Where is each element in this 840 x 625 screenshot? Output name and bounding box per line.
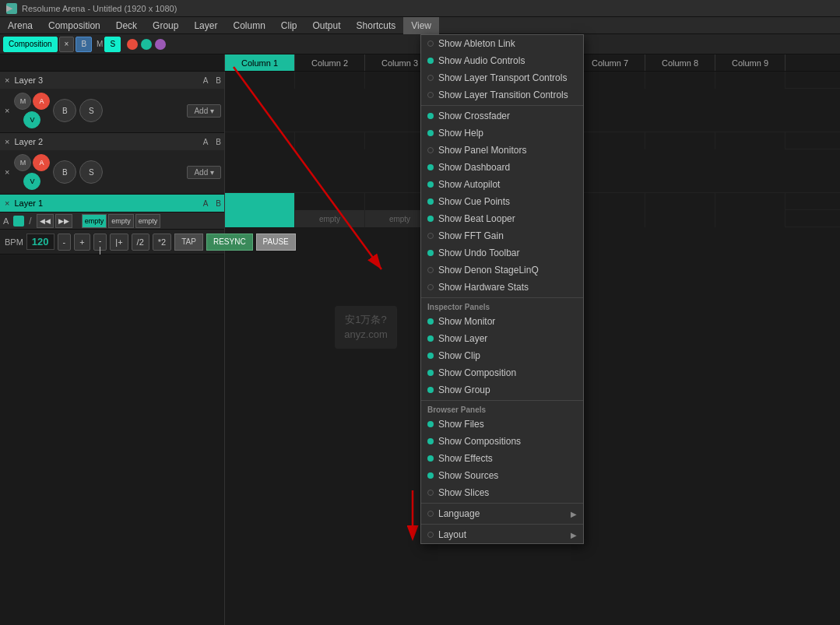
menu-item-crossfader[interactable]: Show Crossfader <box>421 107 583 125</box>
cell-empty-1[interactable]: empty <box>82 214 107 228</box>
bpm-plus[interactable]: + <box>74 233 90 251</box>
layer-2-x[interactable]: × <box>3 166 11 178</box>
b-button[interactable]: B <box>76 37 92 52</box>
menu-item-clip[interactable]: Show Clip <box>421 347 583 364</box>
layer-3-s-btn[interactable]: S <box>79 99 103 122</box>
layer-2-v[interactable]: V <box>23 173 40 190</box>
menu-item-layer-transition[interactable]: Show Layer Transition Controls <box>421 86 583 104</box>
grid-cell[interactable] <box>715 193 786 210</box>
grid-cell[interactable] <box>575 210 645 227</box>
bpm-minus[interactable]: - <box>58 233 72 251</box>
grid-cell[interactable] <box>575 72 645 89</box>
bpm-minus-big[interactable]: -| <box>93 233 107 251</box>
layer-1-b[interactable]: B <box>216 199 221 208</box>
menu-item-group[interactable]: Show Group <box>421 381 583 399</box>
grid-cell[interactable] <box>645 72 715 89</box>
menu-item-monitor[interactable]: Show Monitor <box>421 313 583 330</box>
menu-arena[interactable]: Arena <box>0 17 40 34</box>
layer-3-x[interactable]: × <box>3 104 11 117</box>
menu-item-denon[interactable]: Show Denon StageLinQ <box>421 262 583 279</box>
menu-item-layer[interactable]: Show Layer <box>421 330 583 347</box>
menu-item-ableton-link[interactable]: Show Ableton Link <box>421 35 583 52</box>
grid-cell[interactable] <box>575 193 645 210</box>
composition-tab[interactable]: Composition <box>3 37 58 52</box>
bpm-value[interactable]: 120 <box>26 233 54 250</box>
menu-item-dashboard[interactable]: Show Dashboard <box>421 159 583 176</box>
layer-2-s-btn[interactable]: S <box>79 160 103 184</box>
menu-item-slices[interactable]: Show Slices <box>421 484 583 501</box>
layer-3-close[interactable]: × <box>3 74 11 86</box>
menu-item-composition[interactable]: Show Composition <box>421 364 583 381</box>
menu-item-autopilot[interactable]: Show Autopilot <box>421 176 583 193</box>
menu-item-fft-gain[interactable]: Show FFT Gain <box>421 227 583 244</box>
grid-cell[interactable] <box>715 132 786 149</box>
close-composition-btn[interactable]: × <box>59 37 75 52</box>
menu-layer[interactable]: Layer <box>186 17 225 34</box>
menu-column[interactable]: Column <box>225 17 272 34</box>
layer-2-a-btn[interactable]: A <box>33 154 50 171</box>
grid-cell[interactable] <box>645 132 715 149</box>
bpm-mul2[interactable]: *2 <box>153 233 171 251</box>
grid-cell[interactable] <box>295 72 365 89</box>
layer-3-b-btn[interactable]: B <box>53 99 76 122</box>
layer-3-a[interactable]: A <box>203 76 209 85</box>
grid-cell-active[interactable] <box>225 193 295 210</box>
menu-clip[interactable]: Clip <box>273 17 305 34</box>
cell-empty-2[interactable]: empty <box>108 214 134 228</box>
layer-3-m[interactable]: M <box>14 93 31 110</box>
menu-item-cue-points[interactable]: Show Cue Points <box>421 193 583 210</box>
menu-output[interactable]: Output <box>305 17 349 34</box>
menu-group[interactable]: Group <box>145 17 186 34</box>
layer-3-add[interactable]: Add ▾ <box>187 104 221 118</box>
grid-cell[interactable] <box>295 193 365 210</box>
menu-item-layout[interactable]: Layout ▶ <box>421 526 583 543</box>
layer-1-close[interactable]: × <box>3 197 11 209</box>
layer-2-add[interactable]: Add ▾ <box>187 166 221 179</box>
col-header-7[interactable]: Column 7 <box>575 54 645 71</box>
grid-cell[interactable] <box>225 132 295 149</box>
bpm-plus-big[interactable]: |+ <box>110 233 128 251</box>
menu-deck[interactable]: Deck <box>108 17 145 34</box>
menu-view[interactable]: View <box>403 17 439 34</box>
layer-1-a[interactable]: A <box>203 199 209 208</box>
grid-cell[interactable] <box>715 210 786 227</box>
bpm-div2[interactable]: /2 <box>132 233 149 251</box>
col-header-2[interactable]: Column 2 <box>295 54 365 71</box>
layer-2-close[interactable]: × <box>3 135 11 148</box>
menu-item-layer-transport[interactable]: Show Layer Transport Controls <box>421 69 583 86</box>
menu-shortcuts[interactable]: Shortcuts <box>349 17 404 34</box>
layer-2-b[interactable]: B <box>216 138 221 146</box>
layer-3-v[interactable]: V <box>23 111 40 128</box>
layer-2-m[interactable]: M <box>14 154 31 171</box>
menu-composition[interactable]: Composition <box>40 17 108 34</box>
tap-btn[interactable]: TAP <box>174 233 203 251</box>
grid-cell[interactable] <box>225 72 295 89</box>
menu-item-panel-monitors[interactable]: Show Panel Monitors <box>421 142 583 159</box>
layer-2-a[interactable]: A <box>203 138 209 146</box>
menu-item-sources[interactable]: Show Sources <box>421 467 583 484</box>
menu-item-beat-looper[interactable]: Show Beat Looper <box>421 210 583 227</box>
menu-item-hardware-stats[interactable]: Show Hardware Stats <box>421 279 583 296</box>
menu-item-files[interactable]: Show Files <box>421 416 583 433</box>
col-header-9[interactable]: Column 9 <box>715 54 786 71</box>
col-header-1[interactable]: Column 1 <box>225 54 295 71</box>
layer-3-a-btn[interactable]: A <box>33 93 50 110</box>
prev-btn[interactable]: ◀◀ <box>37 214 54 228</box>
grid-cell[interactable] <box>575 132 645 149</box>
grid-cell[interactable] <box>645 193 715 210</box>
menu-item-audio-controls[interactable]: Show Audio Controls <box>421 52 583 69</box>
next-btn[interactable]: ▶▶ <box>55 214 72 228</box>
menu-item-language[interactable]: Language ▶ <box>421 505 583 522</box>
grid-cell-transport-active[interactable] <box>225 210 295 227</box>
menu-item-effects[interactable]: Show Effects <box>421 450 583 467</box>
col-header-8[interactable]: Column 8 <box>645 54 715 71</box>
layer-2-b-btn[interactable]: B <box>53 160 76 184</box>
menu-item-compositions[interactable]: Show Compositions <box>421 433 583 450</box>
grid-cell[interactable] <box>645 210 715 227</box>
s-button[interactable]: S <box>104 37 121 52</box>
grid-cell[interactable] <box>715 72 786 89</box>
grid-cell[interactable] <box>295 132 365 149</box>
menu-item-help[interactable]: Show Help <box>421 125 583 142</box>
menu-item-undo-toolbar[interactable]: Show Undo Toolbar <box>421 244 583 262</box>
layer-3-b[interactable]: B <box>216 76 221 85</box>
